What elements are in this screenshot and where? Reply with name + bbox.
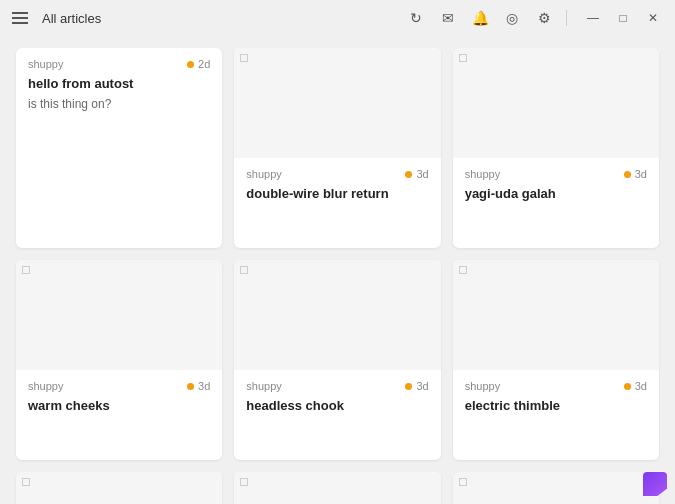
- card-image: [234, 472, 440, 504]
- card-title: yagi-uda galah: [465, 186, 647, 201]
- bell-icon[interactable]: 🔔: [466, 4, 494, 32]
- titlebar-separator: [566, 10, 567, 26]
- card-time: 2d: [187, 58, 210, 70]
- card-image: [453, 472, 659, 504]
- card-body: shuppy 3d electric thimble: [453, 370, 659, 460]
- card-time: 3d: [405, 380, 428, 392]
- card-title: electric thimble: [465, 398, 647, 413]
- card-image: [234, 260, 440, 370]
- card-time-label: 3d: [416, 380, 428, 392]
- card-body: shuppy 3d double-wire blur return: [234, 158, 440, 248]
- card-body: shuppy 3d yagi-uda galah: [453, 158, 659, 248]
- titlebar-left: All articles: [8, 8, 101, 28]
- card-meta: shuppy 3d: [465, 168, 647, 180]
- refresh-icon[interactable]: ↻: [402, 4, 430, 32]
- status-dot: [187, 383, 194, 390]
- article-card[interactable]: shuppy 3d warm cheeks: [16, 260, 222, 460]
- card-time: 3d: [624, 168, 647, 180]
- card-body: shuppy 3d warm cheeks: [16, 370, 222, 460]
- card-image: [16, 472, 222, 504]
- card-time: 3d: [187, 380, 210, 392]
- status-dot: [187, 61, 194, 68]
- card-meta: shuppy 3d: [465, 380, 647, 392]
- card-description: is this thing on?: [28, 97, 210, 111]
- card-author: shuppy: [246, 168, 281, 180]
- titlebar-actions: ↻ ✉ 🔔 ◎ ⚙ — □ ✕: [402, 4, 667, 32]
- image-placeholder: [240, 54, 248, 62]
- card-image: [453, 260, 659, 370]
- maximize-button[interactable]: □: [609, 4, 637, 32]
- card-meta: shuppy 2d: [28, 58, 210, 70]
- close-button[interactable]: ✕: [639, 4, 667, 32]
- minimize-button[interactable]: —: [579, 4, 607, 32]
- article-card[interactable]: shuppy 3d electric thimble: [453, 260, 659, 460]
- image-placeholder: [459, 478, 467, 486]
- window-controls: — □ ✕: [579, 4, 667, 32]
- card-author: shuppy: [465, 168, 500, 180]
- card-title: headless chook: [246, 398, 428, 413]
- image-placeholder: [459, 54, 467, 62]
- image-placeholder: [459, 266, 467, 274]
- card-body: shuppy 2d hello from autost is this thin…: [16, 48, 222, 248]
- status-dot: [624, 171, 631, 178]
- article-card[interactable]: shuppy 3d headless chook: [234, 260, 440, 460]
- card-author: shuppy: [28, 58, 63, 70]
- card-meta: shuppy 3d: [246, 168, 428, 180]
- image-placeholder: [240, 478, 248, 486]
- card-image: [16, 260, 222, 370]
- card-time-label: 3d: [635, 168, 647, 180]
- article-card[interactable]: [16, 472, 222, 504]
- card-author: shuppy: [465, 380, 500, 392]
- card-time-label: 3d: [635, 380, 647, 392]
- image-placeholder: [22, 266, 30, 274]
- titlebar-title: All articles: [42, 11, 101, 26]
- status-dot: [624, 383, 631, 390]
- article-card[interactable]: shuppy 2d hello from autost is this thin…: [16, 48, 222, 248]
- card-time-label: 3d: [198, 380, 210, 392]
- app-logo: [643, 472, 667, 496]
- settings-icon[interactable]: ⚙: [530, 4, 558, 32]
- card-meta: shuppy 3d: [28, 380, 210, 392]
- content-area: shuppy 2d hello from autost is this thin…: [0, 36, 675, 504]
- card-author: shuppy: [28, 380, 63, 392]
- card-time-label: 2d: [198, 58, 210, 70]
- status-dot: [405, 171, 412, 178]
- status-dot: [405, 383, 412, 390]
- article-card[interactable]: [234, 472, 440, 504]
- article-card[interactable]: shuppy 3d yagi-uda galah: [453, 48, 659, 248]
- article-card[interactable]: shuppy 3d double-wire blur return: [234, 48, 440, 248]
- card-title: warm cheeks: [28, 398, 210, 413]
- card-body: shuppy 3d headless chook: [234, 370, 440, 460]
- card-title: double-wire blur return: [246, 186, 428, 201]
- hamburger-icon[interactable]: [8, 8, 32, 28]
- logo-shape: [643, 472, 667, 496]
- app-window: All articles ↻ ✉ 🔔 ◎ ⚙ — □ ✕ shuppy 2d: [0, 0, 675, 504]
- card-image: [453, 48, 659, 158]
- card-time: 3d: [405, 168, 428, 180]
- card-title: hello from autost: [28, 76, 210, 91]
- card-image: [234, 48, 440, 158]
- articles-grid: shuppy 2d hello from autost is this thin…: [16, 48, 659, 504]
- card-meta: shuppy 3d: [246, 380, 428, 392]
- card-time: 3d: [624, 380, 647, 392]
- card-author: shuppy: [246, 380, 281, 392]
- titlebar: All articles ↻ ✉ 🔔 ◎ ⚙ — □ ✕: [0, 0, 675, 36]
- mail-icon[interactable]: ✉: [434, 4, 462, 32]
- wifi-icon[interactable]: ◎: [498, 4, 526, 32]
- image-placeholder: [240, 266, 248, 274]
- card-time-label: 3d: [416, 168, 428, 180]
- article-card[interactable]: [453, 472, 659, 504]
- image-placeholder: [22, 478, 30, 486]
